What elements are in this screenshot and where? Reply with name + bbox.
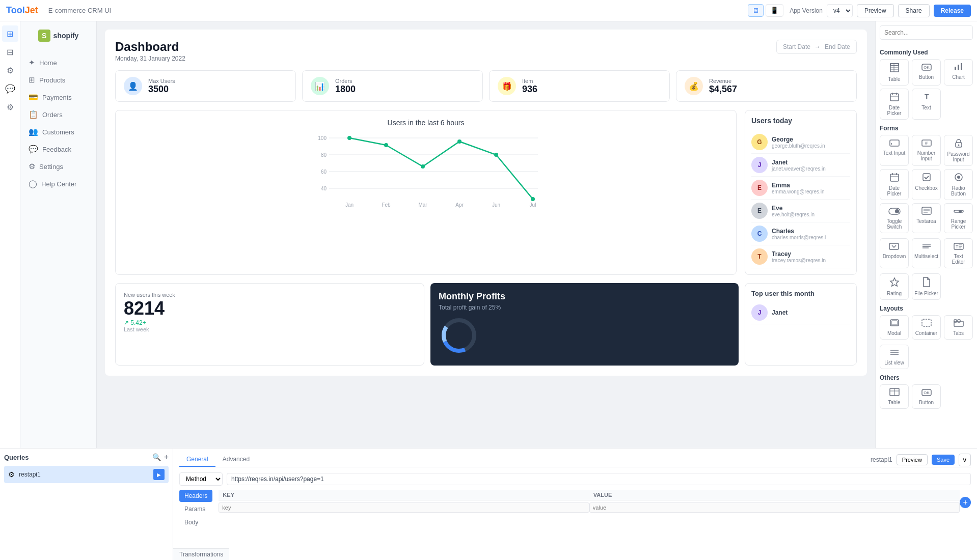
nav-customers[interactable]: 👥 Customers [20, 123, 96, 141]
orders-stat-icon: 📊 [311, 77, 329, 95]
database-icon[interactable]: ⊟ [2, 44, 18, 60]
toggle-switch-widget[interactable]: Toggle Switch [880, 203, 909, 233]
avatar-charles: C [751, 226, 768, 242]
user-tracey: T Tracey tracey.ramos@reqres.in [751, 245, 850, 268]
date-range-picker[interactable]: Start Date → End Date [776, 40, 857, 54]
text-input-widget[interactable]: Text Input [880, 135, 909, 166]
form-date-picker-widget-label: Date Picker [882, 185, 906, 197]
radio-button-icon [954, 173, 963, 184]
widget-search-input[interactable] [880, 25, 973, 40]
search-queries-button[interactable]: 🔍 [152, 453, 161, 462]
add-header-button[interactable]: + [960, 497, 971, 508]
item-value: 936 [522, 84, 537, 95]
pages-icon[interactable]: ⊞ [2, 25, 18, 42]
nav-payments-label: Payments [42, 94, 72, 101]
desktop-device-btn[interactable]: 🖥 [748, 4, 764, 17]
key-input[interactable] [219, 502, 589, 513]
table-widget-label: Table [888, 76, 901, 82]
password-input-widget[interactable]: Password Input [944, 135, 973, 166]
start-date-label: Start Date [783, 43, 810, 50]
svg-text:Apr: Apr [455, 202, 464, 208]
nav-products[interactable]: ⊞ Products [20, 71, 96, 89]
tab-general[interactable]: General [179, 453, 215, 467]
params-tab[interactable]: Params [179, 503, 212, 515]
date-picker-icon [890, 92, 899, 104]
new-users-label: New users this week [124, 292, 416, 298]
other-button-widget[interactable]: OK Button [912, 384, 941, 409]
value-input[interactable] [589, 502, 960, 513]
form-date-picker-widget[interactable]: Date Picker [880, 169, 909, 200]
checkbox-widget[interactable]: Checkbox [912, 169, 941, 200]
add-query-button[interactable]: + [164, 453, 169, 462]
mobile-device-btn[interactable]: 📱 [766, 4, 783, 17]
container-widget[interactable]: Container [912, 315, 941, 340]
user-email-george: george.bluth@reqres.in [772, 143, 825, 149]
query-save-button[interactable]: Save [932, 455, 955, 465]
toggle-switch-widget-label: Toggle Switch [882, 218, 906, 230]
settings-icon: ⚙ [29, 162, 35, 171]
query-restapi1[interactable]: ⚙ restapi1 ▶ [4, 466, 169, 483]
dropdown-widget[interactable]: Dropdown [880, 238, 909, 268]
app-version-label: App Version [790, 7, 823, 14]
text-widget[interactable]: T Text [912, 89, 941, 120]
url-input[interactable] [227, 473, 971, 485]
nav-help-center[interactable]: ◯ Help Center [20, 175, 96, 192]
rating-icon [889, 277, 900, 290]
chart-widget[interactable]: Chart [944, 59, 973, 86]
run-query-button[interactable]: ▶ [153, 469, 165, 480]
preview-button[interactable]: Preview [857, 4, 894, 17]
tabs-widget[interactable]: Tabs [944, 315, 973, 340]
nav-feedback-label: Feedback [42, 146, 71, 153]
value-column-header: VALUE [589, 490, 960, 500]
container-icon [921, 319, 932, 329]
user-email-emma: emma.wong@reqres.in [772, 189, 825, 194]
monthly-profits-card: Monthly Profits Total profit gain of 25% [430, 283, 739, 366]
user-eve: E Eve eve.holt@reqres.in [751, 200, 850, 222]
method-select[interactable]: Method GET POST PUT DELETE [179, 472, 223, 486]
svg-text:60: 60 [321, 169, 327, 175]
body-tab[interactable]: Body [179, 516, 212, 528]
other-table-widget[interactable]: Table [880, 384, 909, 409]
query-preview-button[interactable]: Preview [897, 454, 928, 465]
user-email-tracey: tracey.ramos@reqres.in [772, 258, 826, 263]
query-expand-button[interactable]: ∨ [959, 454, 971, 466]
file-picker-widget[interactable]: File Picker [912, 273, 941, 300]
table-widget[interactable]: Table [880, 59, 909, 86]
range-picker-widget[interactable]: Range Picker [944, 203, 973, 233]
share-button[interactable]: Share [898, 4, 930, 17]
text-widget-label: Text [921, 105, 931, 110]
nav-feedback[interactable]: 💬 Feedback [20, 141, 96, 158]
multiselect-widget[interactable]: Multiselect [912, 238, 941, 268]
gear-icon[interactable]: ⚙ [2, 62, 18, 78]
chat-icon[interactable]: 💬 [2, 80, 18, 97]
version-select[interactable]: v4 v3 v2 [827, 4, 853, 17]
svg-point-17 [457, 139, 462, 144]
avatar-janet: J [751, 157, 768, 173]
text-editor-widget[interactable]: T Text Editor [944, 238, 973, 268]
nav-home[interactable]: ✦ Home [20, 54, 96, 71]
svg-text:Jan: Jan [345, 202, 354, 208]
revenue-label: Revenue [709, 78, 737, 84]
text-editor-icon: T [954, 242, 964, 253]
nav-orders[interactable]: 📋 Orders [20, 106, 96, 123]
headers-table: KEY VALUE [219, 490, 960, 515]
svg-point-59 [959, 210, 962, 213]
headers-tab[interactable]: Headers [179, 490, 212, 502]
tabs-widget-label: Tabs [953, 330, 964, 336]
tab-advanced[interactable]: Advanced [215, 453, 257, 467]
button-widget[interactable]: OK Button [912, 59, 941, 86]
list-view-widget[interactable]: List view [880, 345, 909, 369]
user-name-george: George [772, 136, 825, 143]
modal-widget[interactable]: Modal [880, 315, 909, 340]
date-picker-widget[interactable]: Date Picker [880, 89, 909, 120]
release-button[interactable]: Release [934, 5, 971, 17]
config-icon[interactable]: ⚙ [2, 99, 18, 115]
nav-payments[interactable]: 💳 Payments [20, 89, 96, 106]
user-emma: E Emma emma.wong@reqres.in [751, 177, 850, 200]
textarea-widget[interactable]: Textarea [912, 203, 941, 233]
nav-settings[interactable]: ⚙ Settings [20, 158, 96, 175]
number-input-widget[interactable]: # Number Input [912, 135, 941, 166]
nav-settings-label: Settings [39, 163, 63, 171]
rating-widget[interactable]: Rating [880, 273, 909, 300]
radio-button-widget[interactable]: Radio Button [944, 169, 973, 200]
